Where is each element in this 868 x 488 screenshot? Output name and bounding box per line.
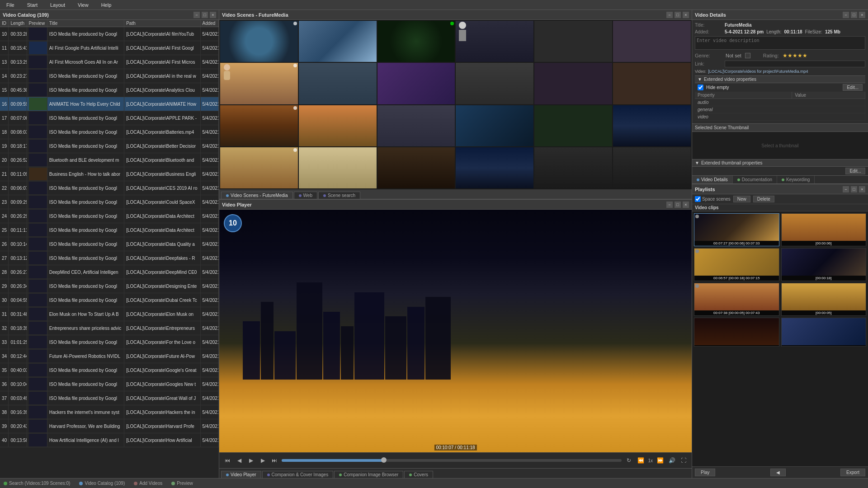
clip-item-6[interactable]: [00:00:05] xyxy=(781,283,867,316)
vol-btn[interactable]: 🔊 xyxy=(667,456,676,465)
new-playlist-btn[interactable]: New xyxy=(733,196,750,202)
edit-thumb-btn[interactable]: Edit... xyxy=(845,168,865,174)
fullscreen-btn[interactable]: ⛶ xyxy=(679,456,688,465)
tab-video-scenes[interactable]: Video Scenes - FutureMedia xyxy=(221,192,293,199)
details-close-btn[interactable]: × xyxy=(859,12,865,18)
delete-playlist-btn[interactable]: Delete xyxy=(753,196,774,202)
slow-btn[interactable]: ⏪ xyxy=(636,456,645,465)
thumb-area[interactable]: Select a thumbnail xyxy=(692,132,868,159)
scene-thumb-20[interactable] xyxy=(299,147,377,188)
scene-thumb-22[interactable] xyxy=(456,147,533,188)
catalog-row-15[interactable]: 15 00:45:30 ISO Media file produced by G… xyxy=(0,83,219,97)
space-scenes-checkbox[interactable] xyxy=(695,196,701,202)
menu-start[interactable]: Start xyxy=(24,1,40,9)
catalog-row-23[interactable]: 23 00:09:29 ISO Media file produced by G… xyxy=(0,195,219,209)
status-catalog[interactable]: Video Catalog (109) xyxy=(79,481,125,486)
col-added[interactable]: Added xyxy=(200,20,219,27)
catalog-row-25[interactable]: 25 00:11:11 ISO Media file produced by G… xyxy=(0,223,219,237)
catalog-row-10[interactable]: 10 00:33:28 ISO Media file produced by G… xyxy=(0,27,219,41)
details-maximize-btn[interactable]: □ xyxy=(851,12,857,18)
catalog-row-32[interactable]: 32 00:18:39 Entrepreneurs share priceles… xyxy=(0,321,219,335)
catalog-row-24[interactable]: 24 00:26:29 ISO Media file produced by G… xyxy=(0,209,219,223)
catalog-row-26[interactable]: 26 00:10:14 ISO Media file produced by G… xyxy=(0,237,219,251)
tab-keywording[interactable]: Keywording xyxy=(777,176,815,183)
scene-thumb-13[interactable] xyxy=(220,105,298,146)
scene-thumb-21[interactable] xyxy=(377,147,455,188)
back-btn[interactable]: ◀ xyxy=(770,469,786,476)
scene-thumb-23[interactable] xyxy=(534,147,612,188)
scenes-minimize-btn[interactable]: − xyxy=(666,12,673,18)
catalog-row-22[interactable]: 22 00:06:07 ISO Media file produced by G… xyxy=(0,181,219,195)
player-content[interactable]: 10 00:10:07 / 00:11:18 xyxy=(219,210,692,452)
catalog-row-19[interactable]: 19 00:18:17 ISO Media file produced by G… xyxy=(0,139,219,153)
tab-companion-images[interactable]: Companion & Cover Images xyxy=(262,471,334,478)
menu-help[interactable]: Help xyxy=(99,1,114,9)
tab-web[interactable]: Web xyxy=(294,192,317,199)
clip-item-5[interactable]: 00:07:38 [00:00:05] 00:07:43 xyxy=(694,283,779,316)
catalog-close-btn[interactable]: × xyxy=(210,12,216,18)
scene-thumb-7[interactable] xyxy=(220,63,298,104)
catalog-row-35[interactable]: 35 00:40:03 ISO Media file produced by G… xyxy=(0,363,219,377)
tab-video-details[interactable]: Video Details xyxy=(692,176,733,183)
player-maximize-btn[interactable]: □ xyxy=(675,202,681,208)
link-input[interactable] xyxy=(725,61,865,67)
scene-thumb-15[interactable] xyxy=(377,105,455,146)
catalog-row-37[interactable]: 37 00:03:49 ISO Media file produced by G… xyxy=(0,391,219,405)
progress-bar[interactable] xyxy=(282,459,622,462)
catalog-maximize-btn[interactable]: □ xyxy=(202,12,208,18)
catalog-row-36[interactable]: 36 00:10:04 ISO Media file produced by G… xyxy=(0,377,219,391)
menu-view[interactable]: View xyxy=(75,1,91,9)
scene-thumb-14[interactable] xyxy=(299,105,377,146)
tab-image-browser[interactable]: Companion Image Browser xyxy=(334,471,403,478)
catalog-row-40[interactable]: 40 00:13:58 How Artificial Intelligence … xyxy=(0,433,219,447)
rating-stars[interactable]: ★★★★★ xyxy=(783,52,807,59)
play-playlist-btn[interactable]: Play xyxy=(695,469,715,476)
scene-thumb-11[interactable] xyxy=(534,63,612,104)
scene-thumb-3[interactable] xyxy=(377,21,455,62)
playlists-close-btn[interactable]: × xyxy=(859,186,865,192)
clip-item-3[interactable]: 00:06:57 [00:00:18] 00:07:15 xyxy=(694,248,779,281)
clip-item-1[interactable]: 00:07:27 [00:00:06] 00:07:33 xyxy=(694,213,779,246)
catalog-row-18[interactable]: 18 00:08:03 ISO Media file produced by G… xyxy=(0,125,219,139)
catalog-row-33[interactable]: 33 01:01:25 ISO Media file produced by G… xyxy=(0,335,219,349)
col-title[interactable]: Title xyxy=(47,20,124,27)
scene-thumb-19[interactable] xyxy=(220,147,298,188)
status-add-videos[interactable]: Add Videos xyxy=(134,481,162,486)
scene-thumb-24[interactable] xyxy=(613,147,691,188)
scenes-maximize-btn[interactable]: □ xyxy=(675,12,681,18)
loop-btn[interactable]: ↻ xyxy=(624,456,633,465)
fast-btn[interactable]: ⏩ xyxy=(656,456,665,465)
clip-item-8[interactable] xyxy=(781,318,867,347)
catalog-minimize-btn[interactable]: − xyxy=(193,12,200,18)
tab-video-player[interactable]: Video Player xyxy=(221,471,261,478)
details-minimize-btn[interactable]: − xyxy=(843,12,849,18)
extended-props-section[interactable]: ▼ Extended video properties xyxy=(695,75,865,83)
scene-thumb-12[interactable] xyxy=(613,63,691,104)
tab-scene-search[interactable]: Scene search xyxy=(318,192,360,199)
catalog-row-38[interactable]: 38 00:16:39 Hackers the internet's immun… xyxy=(0,405,219,419)
catalog-row-31[interactable]: 31 00:31:48 Elon Musk on How To Start Up… xyxy=(0,307,219,321)
tab-documentation[interactable]: Documentation xyxy=(733,176,777,183)
scene-thumb-4[interactable] xyxy=(456,21,533,62)
scene-thumb-17[interactable] xyxy=(534,105,612,146)
playlists-maximize-btn[interactable]: □ xyxy=(851,186,857,192)
clip-item-7[interactable] xyxy=(694,318,779,347)
genre-checkbox[interactable] xyxy=(745,53,750,58)
catalog-row-30[interactable]: 30 00:04:55 ISO Media file produced by G… xyxy=(0,293,219,307)
description-field[interactable] xyxy=(695,36,865,50)
scene-thumb-8[interactable] xyxy=(299,63,377,104)
scene-thumb-2[interactable] xyxy=(299,21,377,62)
status-search[interactable]: Search (Videos:109 Scenes:0) xyxy=(4,481,70,486)
play-btn[interactable]: ▶ xyxy=(246,456,255,465)
scene-thumb-9[interactable] xyxy=(377,63,455,104)
skip-back-btn[interactable]: ⏮ xyxy=(223,456,232,465)
status-preview[interactable]: Preview xyxy=(171,481,193,486)
player-minimize-btn[interactable]: − xyxy=(666,202,673,208)
catalog-row-28[interactable]: 28 00:26:27 DeepMind CEO, Artificial Int… xyxy=(0,265,219,279)
tab-covers[interactable]: Covers xyxy=(404,471,433,478)
catalog-row-11[interactable]: 11 00:15:41 AI First Google Puts Artific… xyxy=(0,41,219,55)
next-frame-btn[interactable]: ▶ xyxy=(258,456,267,465)
progress-handle[interactable] xyxy=(381,457,387,463)
catalog-row-14[interactable]: 14 00:23:27 ISO Media file produced by G… xyxy=(0,69,219,83)
catalog-row-29[interactable]: 29 00:26:34 ISO Media file produced by G… xyxy=(0,279,219,293)
